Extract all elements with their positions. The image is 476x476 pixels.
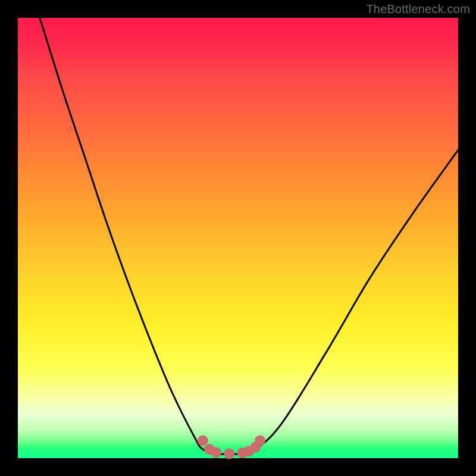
bottleneck-curve [40, 18, 458, 454]
valley-marker-group [198, 435, 265, 459]
valley-marker [224, 449, 234, 459]
attribution-label: TheBottleneck.com [366, 2, 470, 16]
chart-stage: TheBottleneck.com [0, 0, 476, 476]
valley-marker [211, 447, 221, 458]
valley-marker [255, 435, 265, 446]
chart-svg [18, 18, 458, 458]
valley-marker [198, 435, 208, 446]
plot-area [18, 18, 458, 458]
